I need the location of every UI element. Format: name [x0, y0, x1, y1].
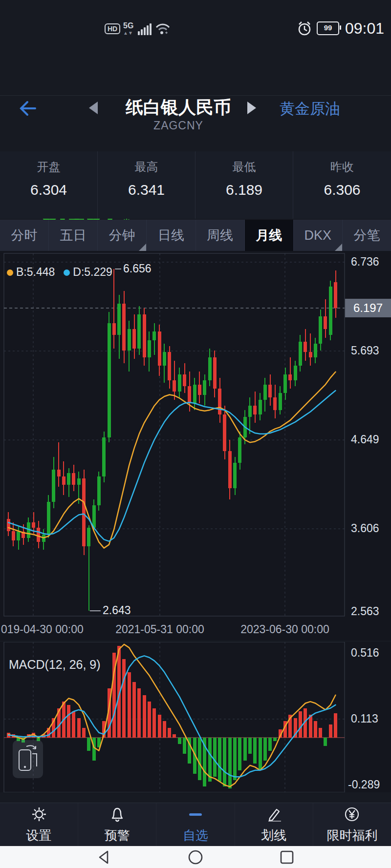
macd-panel[interactable]: MACD(12, 26, 9) 0.516 0.113 -0.289	[0, 642, 391, 792]
stat-high: 最高6.341	[98, 151, 196, 219]
x-axis-date: 2021-05-31 00:00	[113, 623, 206, 636]
signal-bars-icon: ▲▼	[123, 30, 133, 36]
y-axis-label: 6.736	[351, 255, 379, 269]
tab-rixian[interactable]: 日线	[147, 220, 196, 251]
x-axis-date: 019-04-30 00:00	[1, 623, 84, 636]
pen-icon	[265, 806, 282, 823]
y-axis-label: 2.563	[351, 605, 379, 618]
tab-fenshi[interactable]: 分时	[0, 220, 49, 251]
alert-button[interactable]: 预警	[78, 803, 156, 847]
app-root: HD 5G ▲▼ 99 09:01 纸白银人民币 黄金原油 ZAGCNY	[0, 0, 391, 868]
yuan-circle-icon	[343, 806, 361, 823]
rotate-landscape-button[interactable]	[13, 740, 43, 778]
bottom-toolbar: 设置 预警 自选 划线 限时福利	[0, 803, 391, 847]
tab-wuri[interactable]: 五日	[49, 220, 98, 251]
android-recents-button[interactable]	[279, 849, 295, 866]
y-axis-label: 5.693	[351, 344, 379, 357]
hd-icon: HD	[105, 23, 120, 34]
battery-icon: 99	[317, 21, 339, 35]
low-annotation: 2.643	[103, 604, 131, 617]
macd-params-label: MACD(12, 26, 9)	[9, 658, 101, 672]
status-bar: HD 5G ▲▼ 99 09:01	[0, 0, 391, 44]
stat-low: 最低6.189	[196, 151, 293, 219]
tab-zhouxian[interactable]: 周线	[196, 220, 245, 251]
b-line-value: B:5.448	[16, 266, 55, 278]
ma-legend: B:5.448 D:5.229	[7, 266, 112, 279]
current-price-tag: 6.197	[345, 299, 391, 317]
android-nav-bar	[0, 846, 391, 868]
stat-prev-close: 昨收6.306	[293, 151, 391, 219]
ohlc-stats-row: 开盘6.304 最高6.341 最低6.189 昨收6.306	[0, 151, 391, 219]
android-back-button[interactable]	[96, 849, 112, 866]
wifi-icon	[154, 21, 171, 36]
promo-button[interactable]: 限时福利	[313, 803, 391, 847]
b-line-dot-icon	[7, 269, 13, 276]
bell-icon	[109, 806, 126, 823]
tab-dkx[interactable]: DKX	[294, 220, 343, 251]
tab-yuexian[interactable]: 月线	[245, 220, 294, 251]
gear-icon	[30, 806, 48, 823]
settings-button[interactable]: 设置	[0, 803, 78, 847]
y-axis-label: 4.649	[351, 433, 379, 446]
watchlist-button[interactable]: 自选	[156, 803, 235, 847]
high-annotation: 6.656	[123, 262, 152, 275]
status-time: 09:01	[345, 20, 384, 38]
alarm-clock-icon	[297, 21, 312, 36]
period-tab-bar: 分时 五日 分钟 日线 周线 月线 DKX 分笔	[0, 220, 391, 251]
draw-line-button[interactable]: 划线	[235, 803, 313, 847]
macd-y-label: 0.113	[351, 712, 378, 725]
tab-fenbi[interactable]: 分笔	[343, 220, 391, 251]
x-axis-date: 2023-06-30 00:00	[239, 623, 331, 636]
signal-strength-icon	[138, 22, 152, 35]
y-axis-label: 3.606	[351, 522, 379, 535]
macd-y-label: -0.289	[348, 778, 380, 791]
minus-line-icon	[187, 806, 204, 823]
d-line-value: D:5.229	[73, 266, 112, 278]
d-line-dot-icon	[64, 269, 70, 276]
stat-open: 开盘6.304	[0, 151, 98, 219]
rotate-phone-icon	[13, 740, 43, 778]
macd-y-label: 0.516	[351, 646, 379, 660]
candlestick-chart[interactable]: B:5.448 D:5.229 6.656 2.643 6.736 6.197 …	[0, 251, 391, 641]
nav-bar: 纸白银人民币 黄金原油 ZAGCNY	[0, 44, 391, 96]
tab-fenzhong[interactable]: 分钟	[98, 220, 147, 251]
network-type-label: 5G	[123, 21, 133, 30]
price-block: 6.197↓ -0.109 -1.73% 09:01:08	[0, 96, 391, 151]
android-home-button[interactable]	[187, 849, 204, 866]
